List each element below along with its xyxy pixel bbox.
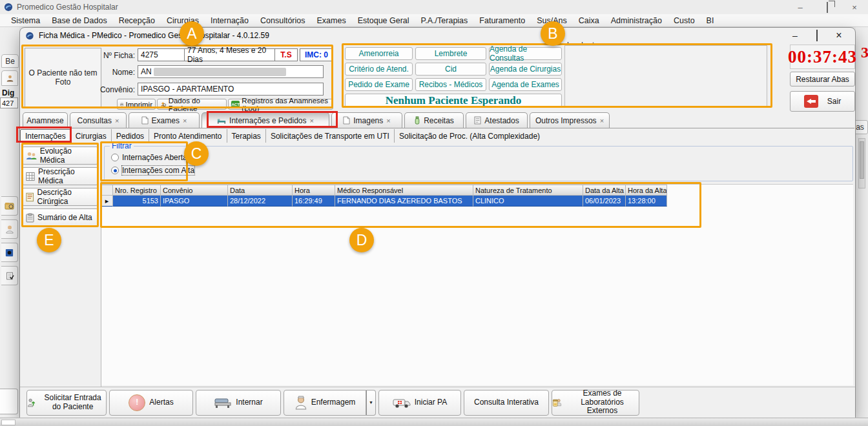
notes-icon[interactable] [1, 266, 18, 285]
tab-close-icon[interactable]: × [386, 117, 390, 125]
subtab-proc-alta-complexidade[interactable]: Solicitação de Proc. (Alta Complexidade) [395, 129, 544, 143]
col-convenio[interactable]: Convênio [161, 185, 228, 196]
window-titlebar[interactable]: Ficha Médica - PMedico - Promedico Gestã… [20, 28, 855, 43]
pedido-exame-button[interactable]: Pedido de Exame [345, 78, 413, 91]
menu-administracao[interactable]: Administração [605, 16, 668, 25]
tab-outros-impressos[interactable]: Outros Impressos× [530, 112, 610, 128]
tab-receitas[interactable]: Receitas [404, 112, 464, 128]
lab-jar-icon [552, 395, 562, 411]
solicitar-entrada-button[interactable]: Solicitar Entrada do Paciente [26, 390, 107, 416]
ts-badge[interactable]: T.S [274, 48, 298, 61]
consulta-interativa-button[interactable]: Consulta Interativa [464, 390, 549, 416]
enfermagem-button[interactable]: Enfermagem [284, 390, 366, 416]
agenda-cirurgias-button[interactable]: Agenda de Cirurgias [489, 63, 562, 76]
lembrete-button[interactable]: Lembrete [415, 47, 486, 60]
criterio-atend-button[interactable]: Critério de Atend. [345, 63, 413, 76]
tab-internacoes-e-pedidos[interactable]: Internações e Pedidos× [202, 112, 329, 128]
page-icon [141, 116, 149, 125]
menu-faturamento[interactable]: Faturamento [473, 16, 531, 25]
anamnesis-log-button[interactable]: ACT Registros das Anamneses (Log) [228, 99, 333, 110]
app-window-controls: – × [787, 0, 868, 14]
menu-recepcao[interactable]: Recepção [113, 16, 161, 25]
print-button[interactable]: Imprimir [117, 99, 156, 110]
background-tab-be[interactable]: Be [1, 54, 19, 68]
tab-close-icon[interactable]: × [600, 117, 604, 125]
descricao-cirurgica-button[interactable]: Descrição Cirúrgica [22, 188, 98, 206]
col-nro-registro[interactable]: Nro. Registro [113, 185, 161, 196]
subtab-internacoes[interactable]: Internações [20, 129, 71, 143]
menu-cirurgias[interactable]: Cirurgias [161, 16, 205, 25]
window-title: Ficha Médica - PMedico - Promedico Gestã… [39, 31, 269, 40]
insurance-input[interactable]: IPASGO - APARTAMENTO [138, 83, 324, 96]
menu-bi[interactable]: BI [701, 16, 720, 25]
grid-row-selected[interactable]: ▸ 5153 IPASGO 28/12/2022 16:29:49 FERNAN… [101, 196, 853, 207]
window-close-button[interactable]: × [828, 30, 850, 41]
menu-consultorios[interactable]: Consultórios [254, 16, 311, 25]
exit-button[interactable]: Sair [790, 91, 855, 112]
col-data-alta[interactable]: Data da Alta [583, 185, 626, 196]
agenda-consultas-button[interactable]: Agenda de Consultas [489, 47, 562, 60]
subtab-transporte-uti[interactable]: Solicitações de Transporte em UTI [266, 129, 395, 143]
tab-close-icon[interactable]: × [115, 117, 119, 125]
exames-lab-externos-button[interactable]: Exames de Laboratórios Externos [552, 390, 639, 416]
book-icon[interactable] [1, 243, 18, 262]
doctor-icon[interactable] [1, 219, 18, 239]
prescricao-medica-button[interactable]: Prescrição Médica [22, 167, 98, 185]
amenorreia-button[interactable]: Amenorreia [345, 47, 413, 60]
patient-age-box: 77 Anos, 4 Meses e 20 Dias [184, 48, 282, 61]
cid-button[interactable]: Cid [415, 63, 486, 76]
tab-consultas[interactable]: Consultas× [70, 112, 127, 128]
menu-internacao[interactable]: Internação [205, 16, 254, 25]
menu-sus-ans[interactable]: Sus/Ans [531, 16, 573, 25]
restore-tabs-button[interactable]: Restaurar Abas [790, 72, 855, 86]
col-data[interactable]: Data [228, 185, 293, 196]
menu-caixa[interactable]: Caixa [573, 16, 605, 25]
patient-data-button[interactable]: Dados do Paciente [157, 99, 227, 110]
agenda-exames-button[interactable]: Agenda de Exames [489, 78, 562, 91]
col-hora[interactable]: Hora [293, 185, 335, 196]
enfermagem-dropdown-arrow[interactable]: ▼ [366, 390, 376, 416]
col-natureza-tratamento[interactable]: Natureza de Tratamento [473, 185, 583, 196]
sumario-alta-button[interactable]: Sumário de Alta [22, 208, 98, 227]
menu-custo[interactable]: Custo [668, 16, 701, 25]
app-minimize-button[interactable]: – [787, 3, 814, 12]
background-right-strip [856, 27, 868, 418]
tab-anamnese[interactable]: Anamnese [23, 112, 68, 128]
alertas-button[interactable]: ! Alertas [109, 390, 193, 416]
reminder-box[interactable] [564, 45, 767, 107]
menu-sistema[interactable]: Sistema [5, 16, 46, 25]
radio-internacoes-com-alta[interactable]: Internações com Alta [111, 166, 194, 175]
ambulance-icon [393, 396, 411, 410]
tab-close-icon[interactable]: × [309, 117, 313, 125]
subtab-pronto-atendimento[interactable]: Pronto Atendimento [149, 129, 227, 143]
app-restore-button[interactable] [814, 3, 841, 12]
window-minimize-button[interactable]: – [784, 30, 806, 41]
tab-imagens[interactable]: Imagens× [331, 112, 402, 128]
menu-estoque-geral[interactable]: Estoque Geral [352, 16, 415, 25]
folder-search-icon[interactable] [1, 196, 18, 216]
imc-badge[interactable]: IMC: 0 [300, 48, 333, 61]
menu-exames[interactable]: Exames [311, 16, 352, 25]
name-input[interactable]: AN [138, 65, 324, 78]
col-hora-alta[interactable]: Hora da Alta [626, 185, 667, 196]
col-medico-responsavel[interactable]: Médico Responsável [335, 185, 473, 196]
tab-close-icon[interactable]: × [183, 117, 187, 125]
recibos-medicos-button[interactable]: Recibos - Médicos [415, 78, 486, 91]
menu-pa-terapias[interactable]: P.A./Terapias [415, 16, 474, 25]
subtab-cirurgias[interactable]: Cirurgias [71, 129, 112, 143]
tab-exames[interactable]: Exames× [129, 112, 200, 128]
background-person-tab[interactable] [1, 70, 18, 86]
tab-atestados[interactable]: Atestados [466, 112, 528, 128]
evolucao-medica-button[interactable]: Evolução Médica [22, 147, 98, 165]
iniciar-pa-button[interactable]: Iniciar PA [378, 390, 461, 416]
insurance-label: Convênio: [99, 85, 135, 94]
internar-button[interactable]: Internar [196, 390, 281, 416]
status-strip [0, 418, 868, 426]
radio-internacoes-abertas[interactable]: Internações Abertas [111, 153, 191, 162]
menu-base-de-dados[interactable]: Base de Dados [46, 16, 112, 25]
subtab-pedidos[interactable]: Pedidos [112, 129, 149, 143]
background-scrollbar[interactable] [858, 138, 865, 188]
window-maximize-button[interactable] [806, 30, 828, 41]
app-close-button[interactable]: × [841, 3, 868, 12]
subtab-terapias[interactable]: Terapias [227, 129, 266, 143]
